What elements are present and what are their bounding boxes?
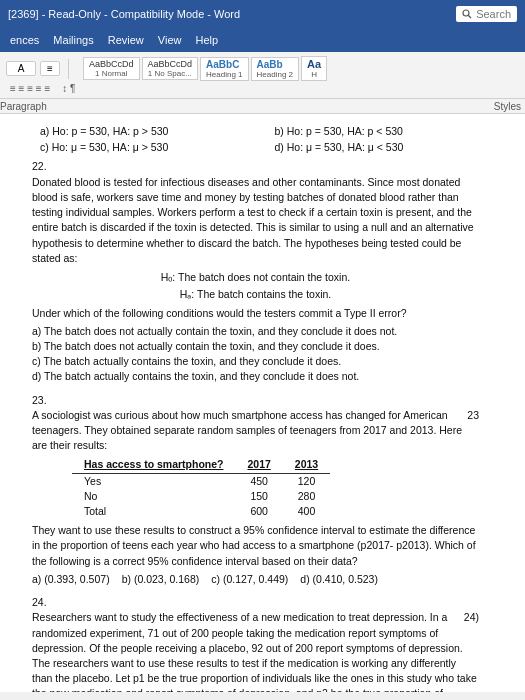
hyp-d: d) Ho: μ = 530, HA: μ < 530	[275, 140, 502, 155]
q24-number: 24.	[32, 595, 54, 610]
q23-answer-choices: a) (0.393, 0.507) b) (0.023, 0.168) c) (…	[32, 572, 479, 587]
q22-body: Donated blood is tested for infectious d…	[32, 175, 479, 385]
font-size-dropdown[interactable]: ≡	[40, 61, 60, 76]
q22-choice-c: c) The batch actually contains the toxin…	[32, 354, 479, 369]
search-icon	[462, 9, 472, 19]
svg-point-0	[463, 10, 469, 16]
q23-followup: They want to use these results to constr…	[32, 523, 479, 569]
menu-view[interactable]: View	[152, 32, 188, 48]
hyp-a: a) Ho: p = 530, HA: p > 530	[40, 124, 267, 139]
menu-ences[interactable]: ences	[4, 32, 45, 48]
q22-h0: H₀: The batch does not contain the toxin…	[161, 271, 350, 283]
q24-body: Researchers want to study the effectiven…	[32, 611, 477, 692]
q23-choice-b: b) (0.023, 0.168)	[122, 572, 200, 587]
style-heading-more[interactable]: Aa H	[301, 56, 327, 81]
question-22: 22. Donated blood is tested for infectio…	[32, 159, 501, 384]
table-row-total: Total 600 400	[72, 504, 330, 519]
style-heading2[interactable]: AaBb Heading 2	[251, 57, 299, 81]
table-cell-yes-label: Yes	[72, 473, 235, 489]
section-labels: Paragraph Styles	[0, 99, 525, 114]
table-col-2017: 2017	[235, 457, 282, 473]
q22-choice-a: a) The batch does not actually contain t…	[32, 324, 479, 339]
title-bar-text: [2369] - Read-Only - Compatibility Mode …	[8, 8, 240, 20]
hypothesis-grid: a) Ho: p = 530, HA: p > 530 b) Ho: p = 5…	[40, 124, 501, 155]
ribbon: A ≡ AaBbCcDd 1 Normal AaBbCcDd 1 No Spac…	[0, 52, 525, 99]
title-bar: [2369] - Read-Only - Compatibility Mode …	[0, 0, 525, 28]
table-cell-yes-2017: 450	[235, 473, 282, 489]
search-placeholder: Search	[476, 8, 511, 20]
q22-choice-b: b) The batch does not actually contain t…	[32, 339, 479, 354]
table-cell-yes-2013: 120	[283, 473, 330, 489]
q24-page-num: 24)	[464, 610, 479, 625]
style-normal[interactable]: AaBbCcDd 1 Normal	[83, 57, 140, 80]
q22-sub-question: Under which of the following conditions …	[32, 306, 479, 321]
q23-content: 23 A sociologist was curious about how m…	[32, 408, 479, 587]
hyp-c: c) Ho: μ = 530, HA: μ > 530	[40, 140, 267, 155]
table-row-yes: Yes 450 120	[72, 473, 330, 489]
q23-page-num: 23	[467, 408, 479, 423]
table-col-2013: 2013	[283, 457, 330, 473]
table-cell-no-2013: 280	[283, 489, 330, 504]
menu-bar: ences Mailings Review View Help	[0, 28, 525, 52]
search-box[interactable]: Search	[456, 6, 517, 22]
document-body: a) Ho: p = 530, HA: p > 530 b) Ho: p = 5…	[0, 114, 525, 692]
table-row-no: No 150 280	[72, 489, 330, 504]
question-23: 23. 23 A sociologist was curious about h…	[32, 393, 501, 588]
sort-icon: ↕ ¶	[62, 83, 75, 94]
q24-content: 24) Researchers want to study the effect…	[32, 610, 479, 692]
q23-choice-a: a) (0.393, 0.507)	[32, 572, 110, 587]
q23-choice-c: c) (0.127, 0.449)	[211, 572, 288, 587]
styles-label: Styles	[494, 101, 525, 112]
table-cell-total-2013: 400	[283, 504, 330, 519]
font-dropdown[interactable]: A	[6, 61, 36, 76]
style-heading1[interactable]: AaBbC Heading 1	[200, 57, 248, 81]
q22-choice-d: d) The batch actually contains the toxin…	[32, 369, 479, 384]
style-no-spacing[interactable]: AaBbCcDd 1 No Spac...	[142, 57, 199, 80]
q23-intro: A sociologist was curious about how much…	[32, 409, 462, 451]
q23-number: 23.	[32, 393, 54, 408]
svg-line-1	[469, 16, 472, 19]
ribbon-divider-1	[68, 59, 69, 79]
table-col-question: Has access to smartphone?	[72, 457, 235, 473]
table-cell-total-2017: 600	[235, 504, 282, 519]
q23-choice-d: d) (0.410, 0.523)	[300, 572, 378, 587]
table-cell-total-label: Total	[72, 504, 235, 519]
hyp-b: b) Ho: p = 530, HA: p < 530	[275, 124, 502, 139]
smartphone-table: Has access to smartphone? 2017 2013 Yes …	[72, 457, 330, 519]
menu-help[interactable]: Help	[189, 32, 224, 48]
style-gallery: AaBbCcDd 1 Normal AaBbCcDd 1 No Spac... …	[83, 56, 327, 81]
table-cell-no-label: No	[72, 489, 235, 504]
question-24: 24. 24) Researchers want to study the ef…	[32, 595, 501, 692]
indent-controls: ≡ ≡ ≡ ≡ ≡	[10, 83, 50, 94]
menu-mailings[interactable]: Mailings	[47, 32, 99, 48]
menu-review[interactable]: Review	[102, 32, 150, 48]
q22-ha: Hₐ: The batch contains the toxin.	[180, 288, 331, 300]
q22-number: 22.	[32, 159, 54, 174]
table-cell-no-2017: 150	[235, 489, 282, 504]
paragraph-label: Paragraph	[0, 101, 47, 112]
